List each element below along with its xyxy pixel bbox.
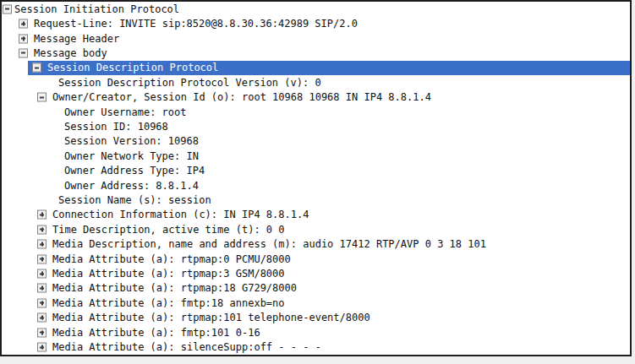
tree-row[interactable]: Session Initiation Protocol <box>2 2 630 16</box>
tree-row-label: Owner Address: 8.8.1.4 <box>64 180 199 192</box>
expand-icon[interactable] <box>19 34 28 43</box>
tree-row[interactable]: Owner Address: 8.8.1.4 <box>2 178 630 193</box>
collapse-icon[interactable] <box>37 93 47 102</box>
tree-row[interactable]: Media Attribute (a): silenceSupp:off - -… <box>2 340 630 354</box>
tree-row[interactable]: Session ID: 10968 <box>2 119 630 133</box>
tree-row[interactable]: Session Name (s): session <box>2 193 630 207</box>
expand-icon[interactable] <box>37 225 47 234</box>
collapse-icon[interactable] <box>3 4 12 14</box>
tree-row-label: Session ID: 10968 <box>64 121 168 133</box>
tree-row[interactable]: Media Attribute (a): rtpmap:101 telephon… <box>2 311 630 325</box>
expand-icon[interactable] <box>37 328 47 337</box>
tree-row[interactable]: Time Description, active time (t): 0 0 <box>2 222 630 236</box>
tree-row-label: Owner/Creator, Session Id (o): root 1096… <box>52 91 431 103</box>
tree-row[interactable]: Connection Information (c): IN IP4 8.8.1… <box>2 208 630 222</box>
collapse-icon[interactable] <box>32 63 41 73</box>
expand-icon[interactable] <box>37 210 47 220</box>
tree-row-label: Media Attribute (a): rtpmap:3 GSM/8000 <box>52 268 285 280</box>
expand-icon[interactable] <box>37 284 47 293</box>
tree-row[interactable]: Owner Username: root <box>2 105 630 119</box>
tree-row-label: Connection Information (c): IN IP4 8.8.1… <box>52 209 309 220</box>
tree-row-label: Session Description Protocol <box>47 62 218 73</box>
expand-icon[interactable] <box>37 343 47 352</box>
tree-row-label: Time Description, active time (t): 0 0 <box>52 224 285 236</box>
tree-row-label: Session Name (s): session <box>58 194 211 206</box>
tree-row[interactable]: Owner Network Type: IN <box>2 149 630 163</box>
tree-row[interactable]: Session Description Protocol <box>2 61 630 75</box>
collapse-icon[interactable] <box>19 48 28 57</box>
tree-row-label: Media Attribute (a): rtpmap:0 PCMU/8000 <box>52 253 291 265</box>
tree-row-label: Media Attribute (a): fmtp:18 annexb=no <box>52 297 285 309</box>
tree-row-label: Owner Username: root <box>64 106 187 118</box>
expand-icon[interactable] <box>37 254 47 263</box>
tree-row[interactable]: Session Description Protocol Version (v)… <box>2 75 630 90</box>
tree-row-label: Message body <box>34 47 107 59</box>
tree-row[interactable]: Message Header <box>2 31 630 46</box>
screen: Session Initiation ProtocolRequest-Line:… <box>0 0 635 364</box>
expand-icon[interactable] <box>37 240 47 249</box>
expand-icon[interactable] <box>37 269 47 279</box>
tree-row-label: Media Attribute (a): silenceSupp:off - -… <box>52 341 321 353</box>
tree-row[interactable]: Request-Line: INVITE sip:8520@8.8.30.36:… <box>2 16 630 30</box>
tree-row[interactable]: Media Attribute (a): fmtp:18 annexb=no <box>2 296 630 310</box>
tree-row-label: Session Version: 10968 <box>64 135 199 147</box>
protocol-tree[interactable]: Session Initiation ProtocolRequest-Line:… <box>2 2 630 355</box>
tree-row[interactable]: Owner Address Type: IP4 <box>2 163 630 177</box>
tree-row[interactable]: Message body <box>2 46 630 60</box>
tree-row-label: Message Header <box>34 33 119 45</box>
expand-icon[interactable] <box>37 313 47 323</box>
tree-row-label: Owner Address Type: IP4 <box>64 165 205 177</box>
expand-icon[interactable] <box>19 19 28 29</box>
tree-row[interactable]: Media Attribute (a): rtpmap:0 PCMU/8000 <box>2 252 630 266</box>
tree-row-label: Request-Line: INVITE sip:8520@8.8.30.36:… <box>34 18 358 30</box>
tree-row[interactable]: Media Attribute (a): fmtp:101 0-16 <box>2 325 630 340</box>
tree-row-label: Session Initiation Protocol <box>14 3 179 15</box>
tree-row-label: Media Attribute (a): rtpmap:101 telephon… <box>52 312 370 323</box>
tree-row-label: Media Description, name and address (m):… <box>52 238 486 250</box>
tree-row[interactable]: Owner/Creator, Session Id (o): root 1096… <box>2 90 630 104</box>
tree-row[interactable]: Media Description, name and address (m):… <box>2 237 630 252</box>
packet-details-pane: Session Initiation ProtocolRequest-Line:… <box>0 0 632 356</box>
tree-row[interactable]: Session Version: 10968 <box>2 134 630 149</box>
expand-icon[interactable] <box>37 298 47 307</box>
tree-row[interactable]: Media Attribute (a): rtpmap:3 GSM/8000 <box>2 266 630 280</box>
tree-row-label: Media Attribute (a): rtpmap:18 G729/8000 <box>52 282 297 294</box>
tree-row-label: Media Attribute (a): fmtp:101 0-16 <box>52 327 260 339</box>
tree-row[interactable]: Media Attribute (a): rtpmap:18 G729/8000 <box>2 281 630 296</box>
tree-row-label: Session Description Protocol Version (v)… <box>58 77 321 89</box>
tree-row-label: Owner Network Type: IN <box>64 150 199 162</box>
